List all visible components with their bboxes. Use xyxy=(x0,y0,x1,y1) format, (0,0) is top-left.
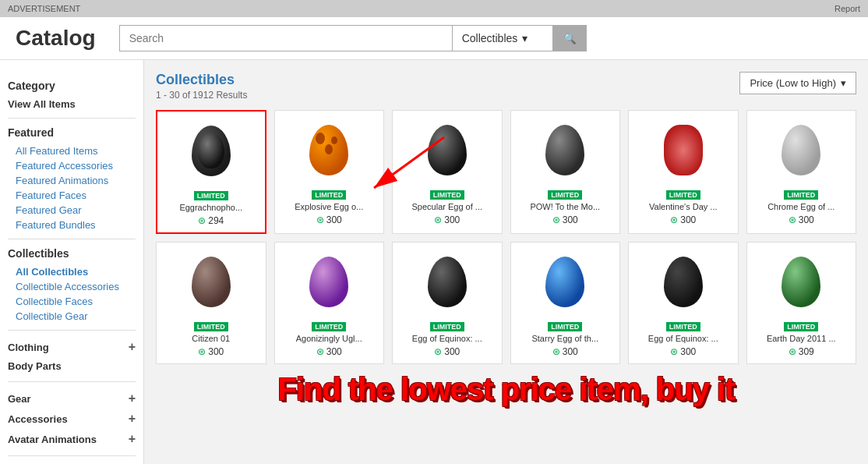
item-image xyxy=(281,249,378,315)
search-button[interactable]: 🔍 xyxy=(553,25,587,51)
item-price: ⊛ 300 xyxy=(753,214,850,225)
sidebar-item-featured-bundles[interactable]: Featured Bundles xyxy=(8,218,136,232)
header: Catalog Collectibles ▾ 🔍 xyxy=(0,17,868,60)
item-image xyxy=(399,249,496,315)
robux-icon: ⊛ xyxy=(198,346,206,357)
price-value: 309 xyxy=(799,346,814,357)
sidebar-item-featured-items[interactable]: All Featured Items xyxy=(8,143,136,158)
price-value: 300 xyxy=(444,346,460,357)
item-card[interactable]: LIMITEDEgg of Equinox: ...⊛ 300 xyxy=(628,242,739,364)
items-grid-wrapper: LIMITEDEggrachnopho...⊛ 294LIMITEDExplos… xyxy=(156,110,856,406)
search-container: Collectibles ▾ 🔍 xyxy=(119,25,587,51)
results-count: 1 - 30 of 1912 Results xyxy=(156,90,247,101)
robux-icon: ⊛ xyxy=(670,214,678,225)
item-price: ⊛ 300 xyxy=(399,214,496,225)
annotation-arrow xyxy=(358,133,452,198)
price-value: 300 xyxy=(680,346,696,357)
gear-expand-icon: + xyxy=(129,391,136,406)
collectibles-section-title: Collectibles xyxy=(8,247,136,260)
item-card[interactable]: LIMITEDEggrachnopho...⊛ 294 xyxy=(156,110,266,234)
sidebar-item-featured-faces[interactable]: Featured Faces xyxy=(8,188,136,203)
price-value: 300 xyxy=(563,346,578,357)
item-card[interactable]: LIMITEDChrome Egg of ...⊛ 300 xyxy=(746,110,857,234)
limited-badge: LIMITED xyxy=(784,190,818,200)
item-card[interactable]: LIMITEDStarry Egg of th...⊛ 300 xyxy=(510,242,621,364)
robux-icon: ⊛ xyxy=(316,346,324,357)
item-price: ⊛ 300 xyxy=(635,346,732,357)
sidebar-item-collectible-gear[interactable]: Collectible Gear xyxy=(8,309,136,324)
content-area: Collectibles 1 - 30 of 1912 Results Pric… xyxy=(144,60,868,464)
accessories-expand[interactable]: Accessories + xyxy=(8,409,136,429)
body-parts-expand[interactable]: Body Parts xyxy=(8,357,136,375)
item-image xyxy=(635,249,732,315)
item-name: Eggrachnopho... xyxy=(164,203,259,212)
overlay-text-container: Find the lowest price item, buy it xyxy=(156,372,856,406)
sort-dropdown[interactable]: Price (Low to High) ▾ xyxy=(739,72,856,94)
item-price: ⊛ 300 xyxy=(281,346,378,357)
limited-badge: LIMITED xyxy=(430,322,464,331)
limited-badge: LIMITED xyxy=(666,190,700,200)
content-title: Collectibles xyxy=(156,72,247,88)
search-input[interactable] xyxy=(119,25,452,51)
category-section-title: Category xyxy=(8,80,136,92)
item-price: ⊛ 294 xyxy=(164,215,259,226)
price-value: 300 xyxy=(563,214,578,225)
sidebar: Category View All Items Featured All Fea… xyxy=(0,60,144,464)
robux-icon: ⊛ xyxy=(198,215,206,226)
search-icon: 🔍 xyxy=(563,33,577,44)
accessories-expand-icon: + xyxy=(129,412,136,426)
sidebar-item-featured-animations[interactable]: Featured Animations xyxy=(8,173,136,188)
sidebar-item-featured-accessories[interactable]: Featured Accessories xyxy=(8,158,136,173)
item-card[interactable]: LIMITEDValentine's Day ...⊛ 300 xyxy=(628,110,739,234)
item-card[interactable]: LIMITEDEarth Day 2011 ...⊛ 309 xyxy=(746,242,857,364)
gear-expand[interactable]: Gear + xyxy=(8,388,136,409)
accessories-label: Accessories xyxy=(8,413,68,425)
ad-label: ADVERTISEMENT xyxy=(8,4,80,13)
item-image xyxy=(164,118,259,184)
svg-line-1 xyxy=(374,137,444,188)
item-image xyxy=(517,249,614,315)
item-price: ⊛ 300 xyxy=(399,346,496,357)
sidebar-item-all-collectibles[interactable]: All Collectibles xyxy=(8,264,136,279)
content-header: Collectibles 1 - 30 of 1912 Results Pric… xyxy=(156,72,856,101)
limited-badge: LIMITED xyxy=(784,322,818,331)
item-card[interactable]: LIMITEDPOW! To the Mo...⊛ 300 xyxy=(510,110,621,234)
item-name: Explosive Egg o... xyxy=(281,202,378,211)
report-link[interactable]: Report xyxy=(834,4,860,13)
sidebar-item-collectible-accessories[interactable]: Collectible Accessories xyxy=(8,279,136,294)
sidebar-item-collectible-faces[interactable]: Collectible Faces xyxy=(8,294,136,309)
item-name: Valentine's Day ... xyxy=(635,202,732,211)
overlay-message: Find the lowest price item, buy it xyxy=(156,372,856,406)
price-value: 300 xyxy=(326,214,342,225)
avatar-animations-expand-icon: + xyxy=(129,432,136,446)
item-price: ⊛ 300 xyxy=(517,214,614,225)
item-name: Egg of Equinox: ... xyxy=(399,334,496,343)
price-value: 300 xyxy=(799,214,814,225)
limited-badge: LIMITED xyxy=(548,322,582,331)
robux-icon: ⊛ xyxy=(552,346,560,357)
price-value: 300 xyxy=(208,346,224,357)
robux-icon: ⊛ xyxy=(434,346,442,357)
gear-label: Gear xyxy=(8,393,31,405)
item-price: ⊛ 309 xyxy=(753,346,850,357)
clothing-expand-icon: + xyxy=(129,340,136,354)
item-card[interactable]: LIMITEDCitizen 01⊛ 300 xyxy=(156,242,266,364)
item-name: Chrome Egg of ... xyxy=(753,202,850,211)
dropdown-label: Collectibles xyxy=(462,32,518,44)
item-card[interactable]: LIMITEDAgonizingly Ugl...⊛ 300 xyxy=(274,242,385,364)
item-price: ⊛ 300 xyxy=(163,346,259,357)
avatar-animations-label: Avatar Animations xyxy=(8,434,97,445)
limited-badge: LIMITED xyxy=(312,190,346,200)
item-image xyxy=(635,117,732,183)
item-image xyxy=(517,117,614,183)
clothing-expand[interactable]: Clothing + xyxy=(8,337,136,357)
item-image xyxy=(163,249,259,315)
avatar-animations-expand[interactable]: Avatar Animations + xyxy=(8,429,136,449)
sidebar-item-featured-gear[interactable]: Featured Gear xyxy=(8,203,136,218)
item-card[interactable]: LIMITEDEgg of Equinox: ...⊛ 300 xyxy=(392,242,503,364)
robux-icon: ⊛ xyxy=(434,214,442,225)
robux-icon: ⊛ xyxy=(552,214,560,225)
category-dropdown[interactable]: Collectibles ▾ xyxy=(452,25,553,51)
price-value: 294 xyxy=(208,215,224,226)
view-all-items-link[interactable]: View All Items xyxy=(8,97,136,112)
